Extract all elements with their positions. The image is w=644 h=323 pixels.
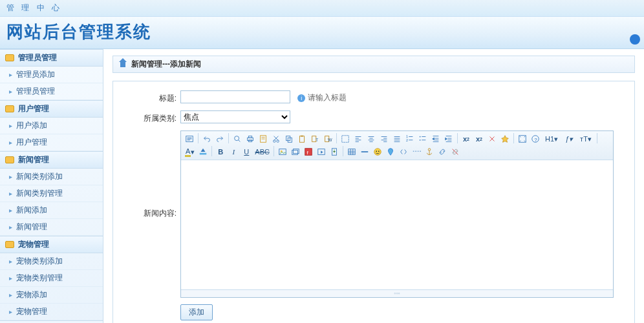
emoticon-icon[interactable] [372, 146, 383, 158]
italic-icon[interactable]: I [228, 146, 239, 158]
sidebar-group-2[interactable]: 新闻管理 [0, 151, 103, 169]
list-ol-icon[interactable]: 12 [404, 133, 416, 145]
size-select[interactable]: тT▾ [577, 133, 594, 145]
table-icon[interactable] [346, 146, 358, 158]
submit-button[interactable]: 添加 [180, 304, 213, 320]
arrow-icon: ▸ [9, 275, 12, 282]
sidebar-group-0[interactable]: 管理员管理 [0, 49, 103, 67]
sidebar-group-3[interactable]: 宠物管理 [0, 236, 103, 253]
svg-point-37 [428, 149, 431, 151]
sidebar-item-3-2[interactable]: ▸宠物添加 [0, 287, 103, 304]
sidebar-item-0-1[interactable]: ▸管理员管理 [0, 83, 103, 100]
info-icon: i [297, 94, 305, 102]
map-icon[interactable] [385, 146, 396, 158]
multi-image-icon[interactable] [290, 146, 301, 158]
source-icon[interactable] [184, 133, 195, 145]
heading-select[interactable]: H1▾ [542, 133, 561, 145]
subscript-icon[interactable]: x2 [460, 133, 472, 145]
code-icon[interactable] [398, 146, 409, 158]
arrow-icon: ▸ [9, 291, 12, 298]
font-select[interactable]: ƒ▾ [562, 133, 576, 145]
about-icon[interactable]: ? [530, 133, 541, 145]
sidebar-item-3-1[interactable]: ▸宠物类别管理 [0, 270, 103, 287]
align-justify-icon[interactable] [391, 133, 403, 145]
superscript-icon[interactable]: x2 [473, 133, 485, 145]
sidebar: 管理员管理▸管理员添加▸管理员管理用户管理▸用户添加▸用户管理新闻管理▸新闻类别… [0, 49, 103, 323]
paste-word-icon[interactable]: W [322, 133, 334, 145]
unlink-icon[interactable] [449, 146, 461, 158]
separator [597, 133, 597, 143]
hr-icon[interactable] [359, 146, 370, 158]
sidebar-item-1-1[interactable]: ▸用户管理 [0, 134, 103, 151]
sidebar-item-label: 宠物类别添加 [16, 256, 63, 267]
sidebar-group-title: 新闻管理 [18, 154, 49, 165]
list-ul-icon[interactable] [417, 133, 429, 145]
editor-toolbar: T W 12 x [181, 131, 613, 160]
undo-icon[interactable] [201, 133, 213, 145]
remove-format-icon[interactable] [486, 133, 498, 145]
title-input[interactable] [180, 90, 290, 103]
system-title: 网站后台管理系统 [6, 21, 638, 43]
sidebar-item-label: 宠物添加 [16, 289, 47, 300]
top-bar: 管 理 中 心 [0, 0, 644, 17]
sidebar-item-3-3[interactable]: ▸宠物管理 [0, 304, 103, 320]
copy-icon[interactable] [283, 133, 295, 145]
preview-icon[interactable] [231, 133, 243, 145]
arrow-icon: ▸ [9, 71, 12, 78]
sidebar-item-label: 新闻类别管理 [16, 188, 63, 199]
link-icon[interactable] [436, 146, 448, 158]
user-icon[interactable] [630, 34, 640, 45]
paste-icon[interactable] [296, 133, 308, 145]
file-icon[interactable] [328, 146, 340, 158]
outdent-icon[interactable] [443, 133, 455, 145]
sidebar-item-1-0[interactable]: ▸用户添加 [0, 118, 103, 134]
sidebar-item-label: 管理员管理 [16, 86, 55, 97]
pagebreak-icon[interactable] [411, 146, 422, 158]
anchor-icon[interactable] [424, 146, 435, 158]
select-all-icon[interactable] [339, 133, 351, 145]
align-left-icon[interactable] [352, 133, 364, 145]
align-center-icon[interactable] [365, 133, 377, 145]
svg-text:2: 2 [406, 138, 408, 142]
sidebar-group-title: 管理员管理 [18, 52, 57, 63]
folder-icon [5, 105, 14, 112]
sidebar-item-0-0[interactable]: ▸管理员添加 [0, 67, 103, 83]
sidebar-item-label: 宠物类别管理 [16, 273, 63, 284]
media-icon[interactable] [316, 146, 327, 158]
underline-icon[interactable]: U [241, 146, 252, 158]
editor-body[interactable] [181, 160, 613, 289]
sidebar-item-2-0[interactable]: ▸新闻类别添加 [0, 169, 103, 185]
image-icon[interactable] [277, 146, 288, 158]
title-bar: 网站后台管理系统 [0, 17, 644, 49]
sidebar-group-1[interactable]: 用户管理 [0, 100, 103, 118]
svg-rect-3 [248, 136, 252, 138]
redo-icon[interactable] [214, 133, 226, 145]
quickformat-icon[interactable] [499, 133, 511, 145]
sidebar-item-3-0[interactable]: ▸宠物类别添加 [0, 253, 103, 270]
svg-point-35 [376, 151, 377, 152]
sidebar-item-2-3[interactable]: ▸新闻管理 [0, 219, 103, 236]
bold-icon[interactable]: B [215, 146, 226, 158]
sidebar-item-2-1[interactable]: ▸新闻类别管理 [0, 185, 103, 202]
svg-point-19 [420, 136, 421, 138]
sidebar-group-4[interactable]: 订单管理 [0, 320, 103, 323]
fullscreen-icon[interactable] [517, 133, 528, 145]
arrow-icon: ▸ [9, 258, 12, 265]
print-icon[interactable] [244, 133, 256, 145]
sidebar-item-label: 新闻添加 [16, 205, 47, 216]
forecolor-icon[interactable]: A▾ [184, 146, 196, 158]
flash-icon[interactable]: f [303, 146, 314, 158]
indent-icon[interactable] [430, 133, 442, 145]
svg-point-20 [420, 140, 421, 141]
editor-resize-handle[interactable]: ◦◦◦ [181, 289, 613, 297]
category-select[interactable]: 焦点 [180, 110, 290, 123]
sidebar-item-2-2[interactable]: ▸新闻添加 [0, 202, 103, 219]
folder-icon [5, 241, 14, 248]
paste-text-icon[interactable]: T [309, 133, 321, 145]
align-right-icon[interactable] [378, 133, 390, 145]
template-icon[interactable] [257, 133, 269, 145]
backcolor-icon[interactable] [197, 146, 209, 158]
strike-icon[interactable]: ABC [253, 146, 271, 158]
cut-icon[interactable] [270, 133, 282, 145]
separator [336, 133, 337, 143]
